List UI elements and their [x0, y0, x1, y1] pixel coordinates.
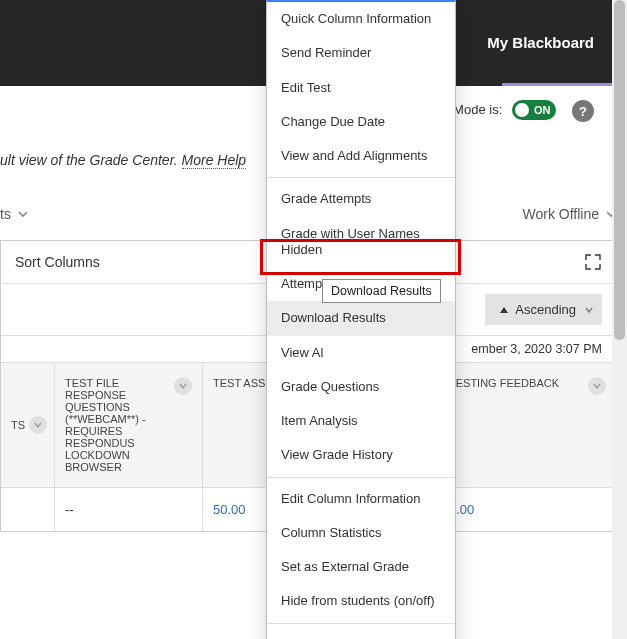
blurb-text: ult view of the Grade Center. — [0, 152, 182, 168]
column-header[interactable]: TESTING FEEDBACK — [439, 363, 616, 487]
tooltip: Download Results — [322, 279, 441, 303]
left-dropdown[interactable]: ts — [0, 206, 29, 222]
left-dropdown-label: ts — [0, 206, 11, 222]
scrollbar-vertical[interactable] — [612, 0, 627, 639]
brand-label[interactable]: My Blackboard — [487, 34, 594, 51]
column-header-label: TESTING FEEDBACK — [449, 377, 559, 389]
menu-item[interactable]: Quick Column Information — [267, 2, 455, 36]
ascending-label: Ascending — [515, 302, 576, 317]
menu-item[interactable]: Download Results — [267, 301, 455, 335]
menu-item[interactable]: Send Reminder — [267, 36, 455, 70]
edit-mode-toggle[interactable]: ON — [512, 100, 557, 120]
expand-icon[interactable] — [584, 253, 602, 271]
work-offline-label: Work Offline — [522, 206, 599, 222]
timestamp: ember 3, 2020 3:07 PM — [471, 342, 602, 356]
column-menu-icon[interactable] — [588, 377, 606, 395]
menu-item[interactable]: Edit Column Information — [267, 482, 455, 516]
menu-item[interactable]: Grade Attempts — [267, 182, 455, 216]
scrollbar-thumb[interactable] — [614, 0, 625, 340]
column-context-menu: Quick Column InformationSend ReminderEdi… — [266, 0, 456, 639]
sort-ascending-button[interactable]: Ascending — [485, 294, 602, 325]
triangle-up-icon — [499, 305, 509, 315]
menu-divider — [267, 177, 455, 178]
column-menu-icon[interactable] — [174, 377, 192, 395]
grade-cell[interactable] — [1, 488, 55, 531]
grade-cell[interactable]: -- — [55, 488, 203, 531]
column-header-label: TS — [11, 419, 25, 431]
chevron-down-icon — [17, 208, 29, 220]
chevron-down-icon — [584, 305, 594, 315]
toggle-on-label: ON — [534, 104, 551, 116]
column-header-label: TEST FILE RESPONSE QUESTIONS (**WEBCAM**… — [65, 377, 170, 473]
menu-item[interactable]: View Al — [267, 336, 455, 370]
column-header[interactable]: TS — [1, 363, 55, 487]
menu-item[interactable]: Clear Attempts for All Users — [267, 628, 455, 640]
column-header[interactable]: TEST FILE RESPONSE QUESTIONS (**WEBCAM**… — [55, 363, 203, 487]
work-offline-dropdown[interactable]: Work Offline — [522, 206, 617, 222]
menu-item[interactable]: View Grade History — [267, 438, 455, 472]
menu-item[interactable]: Hide from students (on/off) — [267, 584, 455, 618]
menu-item[interactable]: Item Analysis — [267, 404, 455, 438]
menu-item[interactable]: Grade with User Names Hidden — [267, 217, 455, 268]
menu-item[interactable]: Column Statistics — [267, 516, 455, 550]
menu-item[interactable]: Change Due Date — [267, 105, 455, 139]
menu-divider — [267, 623, 455, 624]
menu-item[interactable]: Edit Test — [267, 71, 455, 105]
more-help-link[interactable]: More Help — [182, 152, 247, 169]
help-icon[interactable]: ? — [572, 100, 594, 122]
menu-item[interactable]: Grade Questions — [267, 370, 455, 404]
column-menu-icon[interactable] — [29, 416, 47, 434]
menu-item[interactable]: View and Add Alignments — [267, 139, 455, 173]
menu-item[interactable]: Set as External Grade — [267, 550, 455, 584]
menu-divider — [267, 477, 455, 478]
sort-columns-label[interactable]: Sort Columns — [15, 254, 100, 270]
grade-cell[interactable]: 9.00 — [439, 488, 616, 531]
